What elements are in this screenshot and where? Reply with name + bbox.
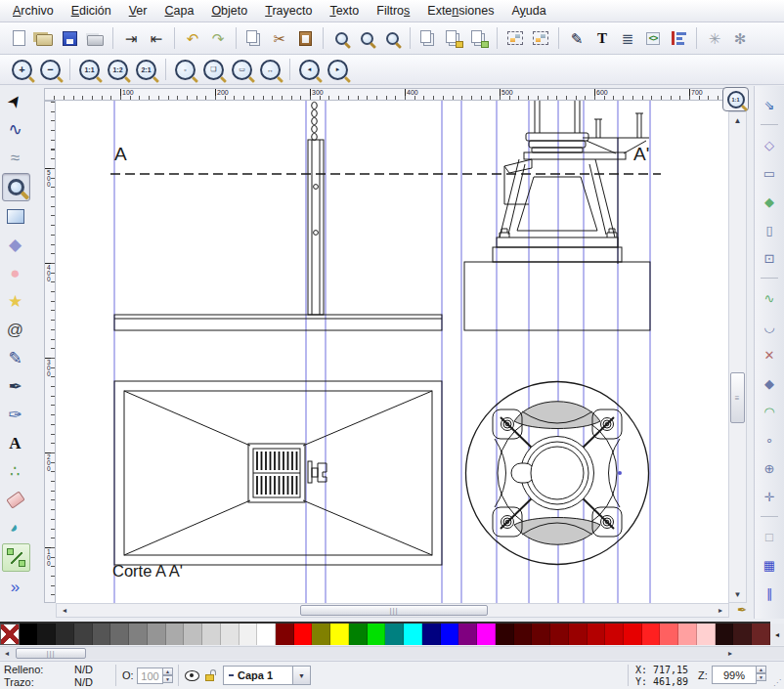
zoom-page-width-button[interactable]: ↔	[260, 60, 281, 80]
palette-swatch[interactable]	[74, 624, 93, 645]
text-tool[interactable]: A	[2, 430, 28, 456]
input-devices-button[interactable]: ✻	[728, 26, 752, 50]
unlink-clone-button[interactable]	[467, 26, 491, 50]
snap-rotation-centers-toggle[interactable]: ✛	[758, 486, 781, 507]
zoom-1-1-button[interactable]: 1:1	[79, 60, 100, 80]
fill-stroke-dialog-button[interactable]: ✎	[565, 26, 588, 50]
layers-dialog-button[interactable]: ≣	[616, 26, 639, 50]
scroll-left-arrow[interactable]: ◂	[59, 604, 70, 617]
menu-edición[interactable]: Edición	[63, 1, 120, 21]
snap-smooth-nodes-toggle[interactable]: ◠	[758, 401, 781, 422]
bucket-fill-tool[interactable]: ◗	[2, 515, 28, 541]
menu-texto[interactable]: Texto	[321, 1, 368, 21]
palette-scrollbar-thumb[interactable]: |||	[16, 648, 86, 659]
palette-swatch[interactable]	[477, 624, 496, 645]
spiral-tool[interactable]: @	[2, 317, 28, 343]
layer-visibility-toggle[interactable]	[185, 670, 199, 681]
palette-swatch[interactable]	[514, 624, 533, 645]
palette-scroll-left-arrow[interactable]: ◂	[770, 624, 784, 645]
vertical-scrollbar-thumb[interactable]: ≡	[730, 372, 745, 423]
palette-swatch[interactable]	[532, 624, 550, 645]
tweak-tool[interactable]: ≈	[2, 145, 28, 171]
connector-tool[interactable]	[2, 543, 30, 572]
palette-swatch[interactable]	[330, 624, 349, 645]
palette-swatch[interactable]	[642, 624, 661, 645]
palette-swatch[interactable]	[202, 624, 221, 645]
palette-swatch[interactable]	[93, 624, 111, 645]
snap-midpoints-toggle[interactable]: ∘	[758, 429, 781, 451]
duplicate-button[interactable]	[416, 26, 440, 50]
xml-editor-button[interactable]: <>	[641, 26, 665, 50]
preferences-button[interactable]: ✳	[703, 26, 726, 50]
vertical-scrollbar[interactable]: ▲ ≡ ▼	[728, 111, 747, 603]
horizontal-ruler[interactable]: 100200300400500600700	[44, 88, 729, 101]
palette-swatch[interactable]	[733, 624, 752, 645]
spray-tool[interactable]: ∴	[2, 458, 28, 485]
open-document-button[interactable]	[32, 26, 56, 50]
snap-bbox-centers-toggle[interactable]: ⊡	[758, 247, 781, 269]
selector-tool[interactable]: ➤	[2, 88, 28, 114]
pencil-tool[interactable]: ✎	[2, 345, 28, 371]
layer-lock-toggle[interactable]	[205, 669, 216, 682]
align-distribute-button[interactable]	[667, 26, 690, 50]
zoom-spinner[interactable]: ▲▼	[756, 666, 766, 681]
palette-swatch[interactable]	[221, 624, 240, 645]
palette-swatch[interactable]	[184, 624, 202, 645]
palette-swatch[interactable]	[20, 624, 38, 645]
zoom-drawing-button[interactable]: ❏	[203, 60, 224, 80]
snap-guides-toggle[interactable]: ∥	[758, 582, 781, 604]
chevron-down-icon[interactable]: ▼	[292, 667, 310, 684]
palette-swatch[interactable]	[697, 624, 716, 645]
calligraphy-tool[interactable]: ✑	[2, 402, 28, 428]
scroll-right-arrow[interactable]: ▸	[715, 604, 726, 617]
palette-swatch[interactable]	[624, 624, 642, 645]
palette-swatch[interactable]	[588, 624, 606, 645]
bezier-pen-tool[interactable]: ✒	[2, 373, 28, 400]
more-tools-button[interactable]: »	[2, 574, 28, 600]
palette-swatch[interactable]	[678, 624, 697, 645]
palette-swatch[interactable]	[458, 624, 477, 645]
scroll-up-arrow[interactable]: ▲	[729, 114, 746, 126]
opacity-spinner[interactable]: ▲▼	[162, 667, 173, 683]
snap-page-border-toggle[interactable]: □	[758, 526, 781, 547]
palette-swatch[interactable]	[294, 624, 313, 645]
ungroup-objects-button[interactable]	[529, 26, 552, 50]
palette-swatch[interactable]	[404, 624, 422, 645]
snap-nodes-toggle[interactable]: ∿	[758, 287, 781, 309]
import-button[interactable]: ⇥	[119, 26, 143, 50]
copy-button[interactable]	[242, 26, 266, 50]
snap-bbox-toggle[interactable]: ◇	[758, 134, 781, 155]
palette-swatch[interactable]	[166, 624, 185, 645]
print-button[interactable]	[83, 26, 107, 50]
vertical-ruler[interactable]: 5 0 04 0 03 0 02 0 01 0 0	[44, 101, 56, 603]
palette-swatch[interactable]	[716, 624, 734, 645]
snap-bbox-midpoints-toggle[interactable]: ▯	[758, 219, 781, 240]
snap-path-intersections-toggle[interactable]: ✕	[758, 344, 781, 366]
palette-swatch[interactable]	[240, 624, 258, 645]
palette-scrollbar-right-arrow[interactable]: ▸	[725, 647, 735, 660]
zoom-next-button[interactable]: ▸	[327, 60, 348, 80]
palette-scrollbar[interactable]: ◂ ||| ▸	[0, 646, 784, 660]
zoom-selection-button[interactable]	[329, 26, 353, 50]
eraser-tool[interactable]	[2, 487, 28, 513]
zoom-1-2-button[interactable]: 1:2	[108, 60, 128, 80]
horizontal-scrollbar[interactable]: ◂ ||| ▸	[56, 603, 729, 618]
snap-bbox-edges-toggle[interactable]: ▭	[758, 162, 781, 184]
palette-scrollbar-left-arrow[interactable]: ◂	[2, 647, 12, 660]
box3d-tool[interactable]: ◆	[2, 232, 28, 258]
snap-grid-toggle[interactable]: ▦	[758, 554, 781, 576]
snap-bbox-corners-toggle[interactable]: ◆	[758, 191, 781, 212]
menu-capa[interactable]: Capa	[155, 1, 202, 21]
snap-cusp-nodes-toggle[interactable]: ◆	[758, 372, 781, 394]
export-button[interactable]: ⇤	[145, 26, 168, 50]
palette-swatch[interactable]	[129, 624, 148, 645]
zoom-page-button[interactable]: ▭	[232, 60, 252, 80]
palette-swatch[interactable]	[110, 624, 129, 645]
menu-archivo[interactable]: Archivo	[4, 1, 63, 21]
palette-swatch[interactable]	[752, 624, 770, 645]
scroll-down-arrow[interactable]: ▼	[729, 588, 746, 600]
create-clone-button[interactable]	[442, 26, 465, 50]
group-objects-button[interactable]	[503, 26, 527, 50]
menu-trayecto[interactable]: Trayecto	[256, 1, 321, 21]
canvas[interactable]: A A' Corte A A'	[56, 101, 729, 603]
